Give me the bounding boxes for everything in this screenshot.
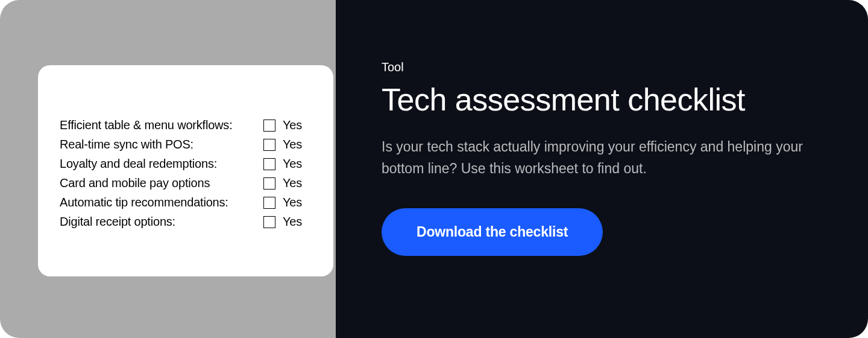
checklist-item-answer: Yes bbox=[283, 215, 302, 229]
eyebrow-label: Tool bbox=[382, 60, 822, 74]
checklist-item-label: Card and mobile pay options bbox=[60, 176, 263, 190]
checklist-item-label: Real-time sync with POS: bbox=[60, 138, 263, 151]
checklist-item-label: Efficient table & menu workflows: bbox=[60, 118, 263, 132]
checkbox-icon bbox=[263, 197, 275, 209]
checklist-item-label: Digital receipt options: bbox=[60, 215, 263, 229]
checklist-item-answer: Yes bbox=[283, 118, 302, 132]
checklist-item: Efficient table & menu workflows: Yes bbox=[60, 118, 312, 132]
checklist-item-answer: Yes bbox=[283, 196, 302, 209]
checklist-item: Automatic tip recommendations: Yes bbox=[60, 196, 312, 209]
checkbox-icon bbox=[263, 216, 275, 228]
content-panel: Tool Tech assessment checklist Is your t… bbox=[336, 0, 868, 338]
checklist-item: Digital receipt options: Yes bbox=[60, 215, 312, 229]
checklist-item-label: Loyalty and deal redemptions: bbox=[60, 157, 263, 171]
checklist-item-answer-group: Yes bbox=[263, 176, 312, 190]
checklist-item-answer-group: Yes bbox=[263, 138, 312, 151]
checkbox-icon bbox=[263, 139, 275, 151]
checklist-item-answer: Yes bbox=[283, 157, 302, 171]
checklist-item-label: Automatic tip recommendations: bbox=[60, 196, 263, 209]
download-button[interactable]: Download the checklist bbox=[382, 208, 603, 256]
checklist-item-answer-group: Yes bbox=[263, 196, 312, 209]
checkbox-icon bbox=[263, 177, 275, 190]
checklist-item: Card and mobile pay options Yes bbox=[60, 176, 312, 190]
checklist-item-answer-group: Yes bbox=[263, 157, 312, 171]
checkbox-icon bbox=[263, 158, 275, 170]
description-text: Is your tech stack actually improving yo… bbox=[382, 136, 816, 179]
checklist-item-answer: Yes bbox=[283, 138, 302, 151]
checklist-item-answer-group: Yes bbox=[263, 118, 312, 132]
checklist-card: Efficient table & menu workflows: Yes Re… bbox=[38, 65, 333, 276]
page-title: Tech assessment checklist bbox=[382, 83, 822, 117]
checklist-item-answer-group: Yes bbox=[263, 215, 312, 229]
checkbox-icon bbox=[263, 120, 275, 132]
checklist-item: Real-time sync with POS: Yes bbox=[60, 138, 312, 151]
checklist-item: Loyalty and deal redemptions: Yes bbox=[60, 157, 312, 171]
checklist-item-answer: Yes bbox=[283, 176, 302, 190]
preview-panel: Efficient table & menu workflows: Yes Re… bbox=[0, 0, 336, 338]
